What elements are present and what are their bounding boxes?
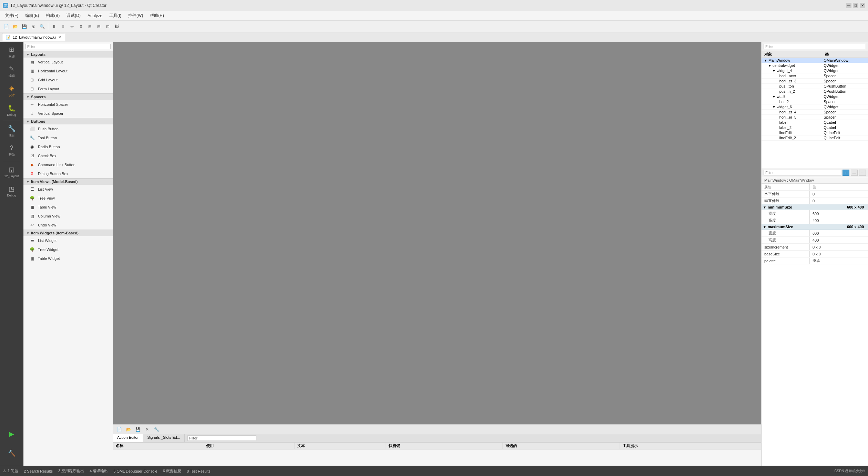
sidebar-btn-debug[interactable]: 🐛 Debug <box>1 101 22 120</box>
category-item-views[interactable]: ▼ Item Views (Model-Based) <box>23 178 113 185</box>
widget-push-button[interactable]: ⬜ Push Button <box>23 124 113 133</box>
status-overview[interactable]: 6 概要信息 <box>163 468 181 474</box>
menu-help[interactable]: 帮助(H) <box>146 11 167 20</box>
tree-row[interactable]: ▼widget_6 QWidget <box>762 104 868 110</box>
status-qml[interactable]: 5 QML Debugger Console <box>113 469 157 473</box>
widget-filter-input[interactable] <box>25 44 111 49</box>
widget-tool-button[interactable]: 🔧 Tool Button <box>23 133 113 142</box>
props-add-button[interactable]: + <box>843 170 849 176</box>
status-compile[interactable]: 4 编译输出 <box>90 468 108 474</box>
object-filter-input[interactable] <box>764 44 866 49</box>
menu-debug[interactable]: 调试(D) <box>63 11 84 20</box>
canvas-container[interactable]: 登录窗口 — □ ✕ 用户名： <box>113 42 761 424</box>
toolbar-btn-7[interactable]: ⁞⁞ <box>59 22 67 31</box>
sidebar-btn-help[interactable]: ? 帮助 <box>1 141 22 160</box>
props-remove-button[interactable]: — <box>851 170 858 176</box>
tree-row[interactable]: pus...ton QPushButton <box>762 84 868 89</box>
tree-row[interactable]: hori...acer Spacer <box>762 73 868 79</box>
toolbar-btn-8[interactable]: ⇔ <box>68 22 76 31</box>
action-toolbar-btn-save[interactable]: 💾 <box>134 425 142 434</box>
action-toolbar-btn-open[interactable]: 📂 <box>124 425 133 434</box>
tree-row[interactable]: ho...2 Spacer <box>762 99 868 104</box>
action-toolbar-btn-delete[interactable]: ✕ <box>143 425 151 434</box>
widget-horizontal-layout[interactable]: ▥ Horizontal Layout <box>23 67 113 75</box>
sidebar-btn-edit[interactable]: ✎ 编辑 <box>1 62 22 81</box>
tree-row[interactable]: ▼centralwidget QWidget <box>762 63 868 68</box>
tree-row[interactable]: lineEdit_2 QLineEdit <box>762 135 868 141</box>
file-tab-main[interactable]: 📝 12_Layout/mainwindow.ui ✕ <box>2 33 65 41</box>
widget-command-link-button[interactable]: ▶ Command Link Button <box>23 160 113 169</box>
tree-row[interactable]: label QLabel <box>762 120 868 125</box>
category-layouts[interactable]: ▼ Layouts <box>23 51 113 58</box>
tree-row[interactable]: ▼widget_4 QWidget <box>762 68 868 73</box>
tab-signals-slots[interactable]: Signals _Slots Ed... <box>143 434 184 442</box>
props-section-minsize[interactable]: ▼ minimumSize 600 x 400 <box>762 204 868 210</box>
toolbar-btn-13[interactable]: 🖼 <box>113 22 121 31</box>
widget-table-widget[interactable]: ▦ Table Widget <box>23 254 113 263</box>
sidebar-btn-welcome[interactable]: ⊞ 欢迎 <box>1 43 22 62</box>
widget-undo-view[interactable]: ↩ Undo View <box>23 221 113 230</box>
menu-analyze[interactable]: Analyze <box>84 12 106 20</box>
props-filter-input[interactable] <box>764 170 841 175</box>
sidebar-btn-design[interactable]: ◈ 设计 <box>1 81 22 101</box>
menu-edit[interactable]: 编辑(E) <box>22 11 42 20</box>
widget-check-box[interactable]: ☑ Check Box <box>23 151 113 160</box>
tree-row[interactable]: lineEdit QLineEdit <box>762 130 868 135</box>
props-extra-button[interactable]: ⋯ <box>859 170 866 176</box>
status-test-results[interactable]: 8 Test Results <box>187 469 211 473</box>
maximize-button[interactable]: □ <box>853 3 858 8</box>
toolbar-btn-6[interactable]: ⏸ <box>50 22 58 31</box>
widget-tree-view[interactable]: 🌳 Tree View <box>23 194 113 203</box>
run-button[interactable]: ▶ <box>1 424 22 444</box>
tree-row[interactable]: ▼MainWindow QMainWindow <box>762 58 868 63</box>
category-item-widgets[interactable]: ▼ Item Widgets (Item-Based) <box>23 230 113 236</box>
minimize-button[interactable]: — <box>846 3 851 8</box>
file-tab-close-icon[interactable]: ✕ <box>58 35 61 40</box>
close-button[interactable]: ✕ <box>860 3 865 8</box>
status-app-output[interactable]: 3 应用程序输出 <box>58 468 84 474</box>
menu-control[interactable]: 控件(W) <box>125 11 146 20</box>
props-section-maxsize[interactable]: ▼ maximumSize 600 x 400 <box>762 224 868 230</box>
toolbar-btn-3[interactable]: 💾 <box>20 22 28 31</box>
toolbar-btn-11[interactable]: ⊟ <box>95 22 103 31</box>
widget-form-layout[interactable]: ⊟ Form Layout <box>23 84 113 93</box>
menu-file[interactable]: 文件(F) <box>1 11 22 20</box>
toolbar-btn-9[interactable]: ⇕ <box>77 22 85 31</box>
widget-radio-button[interactable]: ◉ Radio Button <box>23 142 113 151</box>
toolbar-btn-10[interactable]: ⊞ <box>86 22 94 31</box>
sidebar-btn-project[interactable]: 🔧 项目 <box>1 122 22 141</box>
toolbar-btn-2[interactable]: 📂 <box>11 22 19 31</box>
sidebar-btn-debug2[interactable]: ◳ Debug <box>1 181 22 201</box>
widget-list-widget[interactable]: ☰ List Widget <box>23 236 113 245</box>
widget-horizontal-spacer[interactable]: ↔ Horizontal Spacer <box>23 100 113 109</box>
tree-row[interactable]: hori...er_4 Spacer <box>762 110 868 115</box>
tab-action-editor[interactable]: Action Editor <box>113 434 143 442</box>
widget-vertical-layout[interactable]: ▤ Vertical Layout <box>23 58 113 67</box>
toolbar-btn-4[interactable]: 🖨 <box>29 22 37 31</box>
action-toolbar-btn-settings[interactable]: 🔧 <box>152 425 161 434</box>
tree-row[interactable]: ▼wi...5 QWidget <box>762 94 868 99</box>
action-toolbar-btn-new[interactable]: 📄 <box>115 425 123 434</box>
action-filter-input[interactable] <box>187 435 256 441</box>
category-buttons[interactable]: ▼ Buttons <box>23 118 113 124</box>
widget-tree-widget[interactable]: 🌳 Tree Widget <box>23 245 113 254</box>
widget-column-view[interactable]: ▧ Column View <box>23 212 113 221</box>
toolbar-btn-1[interactable]: 📄 <box>2 22 10 31</box>
status-search[interactable]: 2 Search Results <box>24 469 53 473</box>
tree-row[interactable]: hori...er_3 Spacer <box>762 79 868 84</box>
widget-grid-layout[interactable]: ⊞ Grid Layout <box>23 75 113 84</box>
menu-tools[interactable]: 工具(I) <box>106 11 125 20</box>
category-spacers[interactable]: ▼ Spacers <box>23 93 113 100</box>
status-problems[interactable]: ⚠ 1 问题 <box>3 468 18 474</box>
tree-row[interactable]: label_2 QLabel <box>762 125 868 130</box>
toolbar-btn-12[interactable]: ⊡ <box>104 22 112 31</box>
menu-build[interactable]: 构建(B) <box>42 11 63 20</box>
widget-table-view[interactable]: ▦ Table View <box>23 203 113 212</box>
tree-row[interactable]: hori...er_5 Spacer <box>762 115 868 120</box>
widget-dialog-button-box[interactable]: ✗ Dialog Button Box <box>23 169 113 178</box>
tree-row[interactable]: pus...n_2 QPushButton <box>762 89 868 94</box>
toolbar-btn-5[interactable]: 🔍 <box>38 22 46 31</box>
widget-list-view[interactable]: ☰ List View <box>23 185 113 194</box>
sidebar-btn-12layout[interactable]: ◱ 12_Layout <box>1 162 22 181</box>
widget-vertical-spacer[interactable]: ↕ Vertical Spacer <box>23 109 113 118</box>
